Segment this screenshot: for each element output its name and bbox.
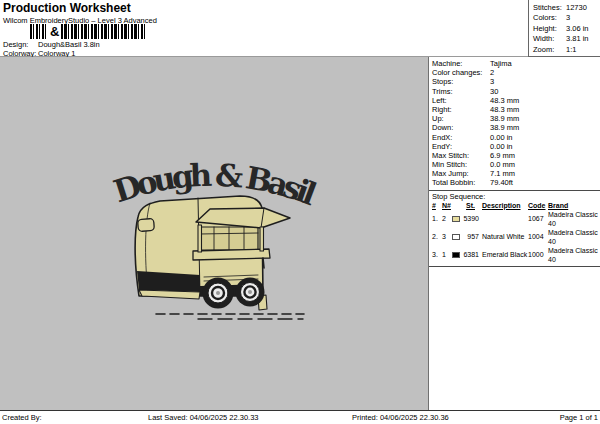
cell-num: 1. [432,214,442,223]
embroidery-design-preview: Dough & Basil [98,145,338,330]
machine-info-value: 7.1 mm [490,169,515,178]
stat-label: Zoom: [533,45,566,55]
stat-label: Colors: [533,13,566,23]
machine-info-row: Up: 38.9 mm [429,114,600,123]
cell-description: Natural White [482,232,528,241]
cell-brand: Madeira Classic 40 [548,228,600,246]
machine-info-value: 0.00 in [490,133,513,142]
cell-code: 1000 [528,250,548,259]
machine-info-label: Left: [432,96,490,105]
machine-info-label: EndY: [432,142,490,151]
created-by-label: Created By: [2,413,42,422]
cell-num: 3. [432,250,442,259]
machine-info-row: Right: 48.3 mm [429,105,600,114]
machine-info-row: Stops: 3 [429,77,600,86]
stat-label: Width: [533,34,566,44]
page-number: Page 1 of 1 [560,413,598,422]
stat-row: Stitches: 12730 [533,3,600,13]
col-description: Description [482,201,528,210]
thread-number: 6381 [460,250,482,259]
table-bottom-divider [429,266,600,267]
machine-info-label: Min Stitch: [432,160,490,169]
machine-info-label: Max Stitch: [432,151,490,160]
machine-info-label: Stops: [432,77,490,86]
machine-info-value: 48.3 mm [490,96,519,105]
barcode-bars-right [61,24,145,39]
machine-info-label: Down: [432,123,490,132]
machine-info-row: Trims: 30 [429,87,600,96]
machine-info-row: Machine: Tajima [429,59,600,68]
printed-text: Printed: 04/06/2025 22.30.36 [352,413,449,422]
stat-value: 1:1 [566,45,576,55]
worksheet-footer: Created By: Last Saved: 04/06/2025 22.30… [0,410,600,424]
stat-row: Height: 3.06 in [533,24,600,34]
machine-info-value: 38.9 mm [490,114,519,123]
machine-info-row: Max Jump: 7.1 mm [429,169,600,178]
thread-swatch [452,234,460,240]
machine-info-label: Machine: [432,59,490,68]
machine-info-value: 0.00 in [490,142,513,151]
stat-row: Zoom: 1:1 [533,45,600,55]
design-row: Design:Dough&Basil 3.8in [3,40,100,49]
cell-needle: 1 [442,250,452,259]
machine-info-row: Down: 38.9 mm [429,123,600,132]
stop-sequence-heading: Stop Sequence: [429,192,600,201]
stat-value: 3.06 in [566,24,589,34]
machine-info-row: EndY: 0.00 in [429,142,600,151]
machine-info-value: 2 [490,68,494,77]
machine-info-value: 0.0 mm [490,160,515,169]
machine-info-row: Color changes: 2 [429,68,600,77]
col-code: Code [528,201,548,210]
col-brand: Brand [548,201,600,210]
machine-info-value: 3 [490,77,494,86]
cell-code: 1067 [528,214,548,223]
machine-info-label: Up: [432,114,490,123]
stop-sequence-row: 3. 1 6381 Emerald Black 1000 Madeira Cla… [429,246,600,264]
machine-info-label: EndX: [432,133,490,142]
last-saved-text: Last Saved: 04/06/2025 22.30.33 [148,413,259,422]
cell-stitch: 6381 [452,250,482,259]
worksheet-body: Dough & Basil [0,57,600,410]
stat-row: Colors: 3 [533,13,600,23]
machine-info-label: Total Bobbin: [432,178,490,187]
machine-info-value: 6.9 mm [490,151,515,160]
rear-wheel [236,278,265,307]
thread-swatch [452,252,460,258]
design-label: Design: [3,40,38,49]
thread-number: 957 [460,232,482,241]
stat-value: 3.81 in [566,34,589,44]
barcode-icon: & [30,24,145,39]
cell-stitch: 5390 [452,214,482,223]
machine-info-row: Max Stitch: 6.9 mm [429,151,600,160]
stat-value: 12730 [566,3,587,13]
thread-number: 5390 [460,214,482,223]
machine-info-row: Left: 48.3 mm [429,96,600,105]
cell-brand: Madeira Classic 40 [548,246,600,264]
stop-sequence-row: 1. 2 5390 1067 Madeira Classic 40 [429,210,600,228]
machine-info-list: Machine: Tajima Color changes: 2 Stops: … [429,57,600,188]
stop-sequence-header-row: # N# St. Description Code Brand [429,201,600,210]
panel-divider [429,190,600,191]
machine-info-value: 38.9 mm [490,123,519,132]
machine-info-label: Max Jump: [432,169,490,178]
design-canvas: Dough & Basil [0,57,428,410]
cell-code: 1004 [528,232,548,241]
details-panel: Machine: Tajima Color changes: 2 Stops: … [428,57,600,410]
stop-sequence-table: 1. 2 5390 1067 Madeira Classic 40 2. 3 9… [429,210,600,264]
machine-info-value: 79.40ft [490,178,513,187]
cell-stitch: 957 [452,232,482,241]
front-wheel [203,278,234,309]
worksheet-header: Production Worksheet Wilcom EmbroiderySt… [0,0,600,57]
design-stats-box: Stitches: 12730 Colors: 3 Height: 3.06 i… [528,0,600,57]
machine-info-value: Tajima [490,59,512,68]
machine-info-label: Right: [432,105,490,114]
thread-swatch [452,216,460,222]
design-value: Dough&Basil 3.8in [38,40,100,49]
stat-value: 3 [566,13,570,23]
machine-info-value: 48.3 mm [490,105,519,114]
stop-sequence-row: 2. 3 957 Natural White 1004 Madeira Clas… [429,228,600,246]
stat-label: Stitches: [533,3,566,13]
machine-info-label: Trims: [432,87,490,96]
machine-info-label: Color changes: [432,68,490,77]
col-needle: N# [442,201,452,210]
